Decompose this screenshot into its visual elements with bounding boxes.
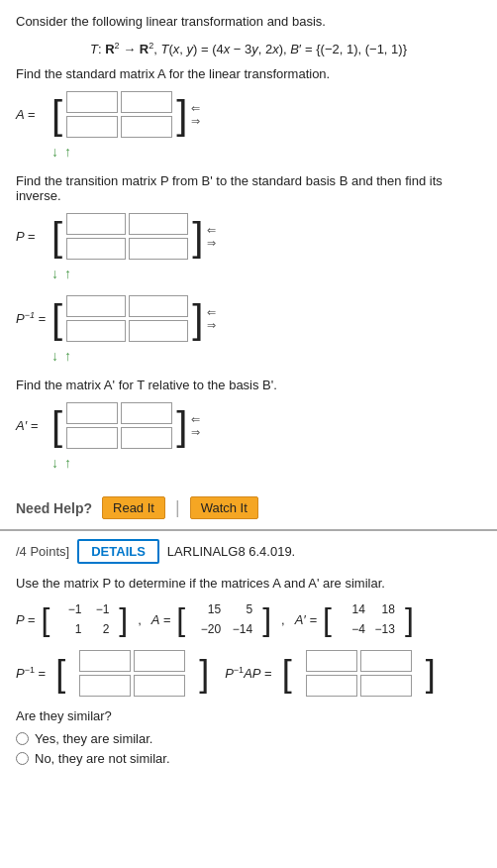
A-cell-11[interactable]: [121, 116, 172, 138]
A-matrix-grid: [62, 91, 176, 138]
P-cell-00[interactable]: [66, 213, 126, 235]
Aprime-var-label: A′ =: [295, 612, 317, 627]
P-bracket-left: [: [51, 217, 62, 257]
pinv2-cell-11[interactable]: [134, 675, 185, 697]
P-cell-01[interactable]: [129, 213, 188, 235]
A-bracket-container: [ ] ⇐ ⇒: [51, 91, 200, 138]
find-P-text: Find the transition matrix P from B' to …: [16, 173, 481, 203]
A-arrow-right[interactable]: ⇒: [191, 116, 200, 127]
yes-label: Yes, they are similar.: [35, 731, 152, 746]
intro-text: Consider the following linear transforma…: [16, 12, 481, 33]
pinvap-cell-10[interactable]: [306, 675, 357, 697]
pinv-equation-row: P−1 = [ ] P−1AP = [ ]: [16, 650, 481, 697]
Pinv-down-arrow[interactable]: ↓: [51, 348, 58, 364]
P-matrix-grid: [62, 213, 192, 260]
pinv2-bracket-right: ]: [199, 656, 209, 692]
yes-option: Yes, they are similar.: [16, 731, 481, 746]
A-arrow-buttons: ⇐ ⇒: [191, 103, 200, 127]
matrix-Aprime-row: A′ = [ ] ⇐ ⇒: [16, 402, 481, 449]
A-label: A =: [16, 107, 51, 122]
yes-radio[interactable]: [16, 732, 29, 745]
Pinv-cell-10[interactable]: [66, 320, 126, 342]
transform-formula: T: R2 → R2, T(x, y) = (4x − 3y, 2x), B′ …: [90, 42, 407, 56]
P-given-01: −1: [85, 600, 111, 618]
pinvap-matrix-grid: [302, 650, 416, 697]
Pinv-bracket-right: ]: [192, 299, 203, 339]
Aprime-given-11: −13: [369, 620, 397, 638]
Aprime-given-10: −4: [340, 620, 367, 638]
pinvap-label: P−1AP =: [225, 665, 272, 681]
A-given-00: 15: [193, 600, 223, 618]
A-down-arrow[interactable]: ↓: [51, 144, 58, 160]
watch-it-button[interactable]: Watch It: [190, 496, 258, 519]
Aprime-down-arrow[interactable]: ↓: [51, 455, 58, 471]
Aprime-bracket-right: ]: [176, 406, 187, 446]
pinv2-matrix-grid: [75, 650, 189, 697]
problem-id: LARLINALG8 6.4.019.: [167, 544, 295, 559]
A-arrow-left[interactable]: ⇐: [191, 103, 200, 114]
Pinv-updown: ↓ ↑: [51, 348, 481, 364]
Aprime-cell-11[interactable]: [121, 427, 172, 449]
A-given-bracket-right: ]: [262, 603, 271, 635]
Aprime-matrix-grid: [62, 402, 176, 449]
pinvap-cell-00[interactable]: [306, 650, 357, 672]
A-cell-01[interactable]: [121, 91, 172, 113]
Aprime-arrow-left[interactable]: ⇐: [191, 414, 200, 425]
read-it-button[interactable]: Read It: [102, 496, 165, 519]
Aprime-cell-00[interactable]: [66, 402, 118, 424]
Aprime-given-01: 18: [369, 600, 397, 618]
A-up-arrow[interactable]: ↑: [64, 144, 71, 160]
Aprime-cell-10[interactable]: [66, 427, 118, 449]
no-label: No, they are not similar.: [35, 751, 170, 766]
P-bracket-container: [ ] ⇐ ⇒: [51, 213, 216, 260]
matrix-Pinv-row: P−1 = [ ] ⇐ ⇒: [16, 295, 481, 342]
P-cell-10[interactable]: [66, 238, 126, 260]
A-given-11: −14: [225, 620, 254, 638]
Pinv-bracket-left: [: [51, 299, 62, 339]
pinvap-cell-11[interactable]: [360, 675, 412, 697]
Aprime-cell-01[interactable]: [121, 402, 172, 424]
similar-section: Are they similar? Yes, they are similar.…: [16, 708, 481, 766]
pinv2-cell-00[interactable]: [79, 650, 131, 672]
P-up-arrow[interactable]: ↑: [64, 266, 71, 281]
Pinv-arrow-right[interactable]: ⇒: [207, 320, 216, 331]
P-given-grid: −1 −1 1 2: [55, 600, 113, 638]
pinv2-cell-10[interactable]: [79, 675, 131, 697]
A-cell-00[interactable]: [66, 91, 118, 113]
Aprime-label: A′ =: [16, 418, 51, 433]
P-down-arrow[interactable]: ↓: [51, 266, 58, 281]
Aprime-given-grid: 14 18 −4 −13: [338, 600, 399, 638]
Pinv-matrix-grid: [62, 295, 192, 342]
P-var-label: P =: [16, 612, 35, 627]
Pinv-cell-11[interactable]: [129, 320, 188, 342]
P-arrow-right[interactable]: ⇒: [207, 238, 216, 249]
Pinv-up-arrow[interactable]: ↑: [64, 348, 71, 364]
details-button[interactable]: DETAILS: [77, 539, 159, 564]
no-radio[interactable]: [16, 752, 29, 765]
Pinv-cell-00[interactable]: [66, 295, 126, 317]
Aprime-given-00: 14: [340, 600, 367, 618]
Pinv-cell-01[interactable]: [129, 295, 188, 317]
P-cell-11[interactable]: [129, 238, 188, 260]
pinvap-cell-01[interactable]: [360, 650, 412, 672]
A-bracket-right: ]: [176, 95, 187, 135]
Aprime-given-bracket-right: ]: [405, 603, 414, 635]
need-help-bar: Need Help? Read It | Watch It: [0, 487, 497, 529]
Pinv-arrow-left[interactable]: ⇐: [207, 307, 216, 318]
pinv2-bracket-left: [: [55, 656, 65, 692]
Aprime-arrow-buttons: ⇐ ⇒: [191, 414, 200, 438]
pinv2-cell-01[interactable]: [134, 650, 185, 672]
Aprime-up-arrow[interactable]: ↑: [64, 455, 71, 471]
P-arrow-buttons: ⇐ ⇒: [207, 225, 216, 249]
given-matrices-row: P = [ −1 −1 1 2 ] , A = [ 15 5 −20 −14 ]…: [16, 600, 481, 638]
A-updown: ↓ ↑: [51, 144, 481, 160]
P-arrow-left[interactable]: ⇐: [207, 225, 216, 236]
points-label: /4 Points]: [16, 544, 69, 559]
A-cell-10[interactable]: [66, 116, 118, 138]
similar-question: Are they similar?: [16, 708, 481, 723]
Aprime-arrow-right[interactable]: ⇒: [191, 427, 200, 438]
problem2-header: /4 Points] DETAILS LARLINALG8 6.4.019.: [0, 531, 497, 568]
A-given-bracket-left: [: [176, 603, 185, 635]
P-updown: ↓ ↑: [51, 266, 481, 281]
Pinv-arrow-buttons: ⇐ ⇒: [207, 307, 216, 331]
